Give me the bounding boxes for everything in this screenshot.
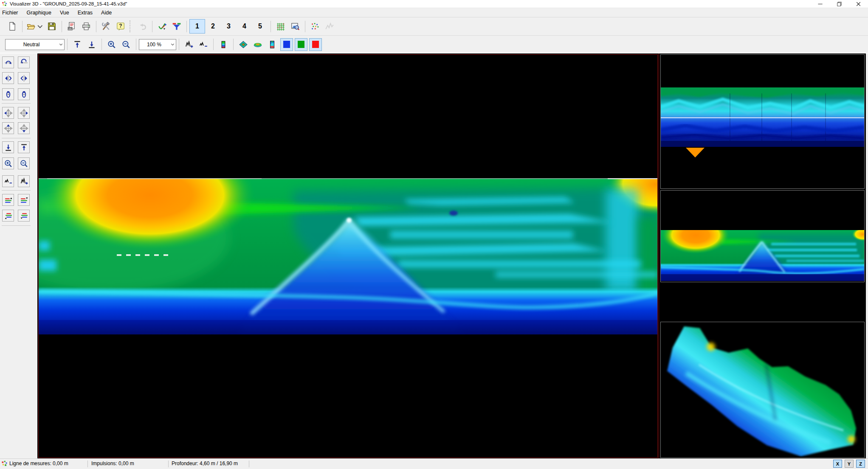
help-icon: ? xyxy=(116,22,125,31)
filter-button[interactable] xyxy=(169,19,184,34)
zoom-out-button[interactable] xyxy=(18,157,30,169)
rotate-up-button[interactable] xyxy=(2,56,14,68)
status-panel-1: Impulsions: 0,00 m xyxy=(91,461,134,466)
toolbar-grip[interactable] xyxy=(130,20,132,32)
move-left-button[interactable] xyxy=(2,107,14,119)
surface-3d-view[interactable] xyxy=(660,322,865,458)
layers-up-button[interactable] xyxy=(2,194,14,206)
options-button[interactable] xyxy=(99,19,113,34)
points-view-button[interactable] xyxy=(308,19,322,34)
zoom-in-button[interactable] xyxy=(104,37,119,52)
plan-mini-view[interactable] xyxy=(660,190,865,282)
signal-minus-button[interactable] xyxy=(2,175,14,187)
cross-section-view[interactable] xyxy=(660,54,865,189)
channel-blue-button[interactable] xyxy=(280,38,293,51)
layers-top-button[interactable] xyxy=(2,210,14,222)
main-scan-viewport[interactable] xyxy=(37,53,659,459)
move-down-icon xyxy=(20,124,28,133)
roll-right-button[interactable] xyxy=(18,88,30,100)
flip-right-icon xyxy=(20,74,28,83)
view-preset-4-button[interactable]: 4 xyxy=(237,19,252,34)
align-bottom-button[interactable] xyxy=(2,141,14,153)
view-preset-3-button[interactable]: 3 xyxy=(221,19,237,34)
flip-right-button[interactable] xyxy=(18,72,30,84)
signal-decrease-button[interactable] xyxy=(196,37,211,52)
axis-x-button[interactable]: X xyxy=(833,460,842,468)
print-preview-button[interactable] xyxy=(65,19,79,34)
main-toolbar: ?12345 xyxy=(0,17,868,35)
move-up-button[interactable] xyxy=(2,122,14,134)
signal-plus-button[interactable] xyxy=(18,175,30,187)
measure-check-button[interactable] xyxy=(155,19,169,34)
signal-plus-icon xyxy=(184,40,194,49)
layers-down-button[interactable] xyxy=(18,194,30,206)
view-flat-button[interactable] xyxy=(251,37,265,52)
roll-left-button[interactable] xyxy=(2,88,14,100)
zoom-out-icon xyxy=(121,40,131,49)
view-preset-1-button[interactable]: 1 xyxy=(189,19,205,34)
move-up-icon xyxy=(4,124,13,133)
status-separator xyxy=(87,461,88,467)
sidebar-separator xyxy=(2,225,31,226)
close-button[interactable] xyxy=(849,0,868,8)
new-file-button[interactable] xyxy=(5,19,20,34)
signal-plus-icon xyxy=(20,177,28,186)
color-blue-icon xyxy=(283,41,290,48)
zoom-level-select[interactable]: 100 % xyxy=(139,39,176,50)
align-bottom-button[interactable] xyxy=(85,37,99,52)
view-preset-2-button[interactable]: 2 xyxy=(205,19,221,34)
axis-y-button[interactable]: Y xyxy=(845,460,854,468)
flip-left-icon xyxy=(4,74,13,83)
restore-button[interactable] xyxy=(830,0,849,8)
move-down-button[interactable] xyxy=(18,122,30,134)
image-inspect-button[interactable] xyxy=(288,19,302,34)
print-preview-icon xyxy=(67,22,76,31)
chevron-down-icon xyxy=(170,42,175,47)
toolbar-separator xyxy=(179,39,179,50)
layers-up-icon xyxy=(4,196,13,205)
align-top-button[interactable] xyxy=(18,141,30,153)
measure-dash-marker xyxy=(117,254,170,256)
menu-item-extras[interactable]: Extras xyxy=(73,9,97,17)
flip-left-button[interactable] xyxy=(2,72,14,84)
menu-item-aide[interactable]: Aide xyxy=(97,9,116,17)
channel-red-button[interactable] xyxy=(309,38,322,51)
axis-z-button[interactable]: Z xyxy=(856,460,865,468)
view-side-button[interactable] xyxy=(265,37,279,52)
zoom-in-icon xyxy=(4,159,13,168)
print-button[interactable] xyxy=(79,19,93,34)
grid-view-button[interactable] xyxy=(273,19,288,34)
zoom-out-button[interactable] xyxy=(119,37,133,52)
layers-bottom-button[interactable] xyxy=(18,210,30,222)
chevron-down-icon xyxy=(58,42,64,47)
palette-select[interactable]: Neutral xyxy=(5,39,65,50)
color-green-icon xyxy=(298,41,304,48)
toolbar-separator xyxy=(305,21,305,32)
help-button[interactable]: ? xyxy=(113,19,128,34)
menu-item-graphique[interactable]: Graphique xyxy=(23,9,56,17)
signal-increase-button[interactable] xyxy=(182,37,196,52)
view-iso-icon xyxy=(239,40,248,49)
rotate-down-icon xyxy=(20,58,28,67)
view-iso-button[interactable] xyxy=(236,37,251,52)
signal-chart-button[interactable] xyxy=(322,19,337,34)
move-right-button[interactable] xyxy=(18,107,30,119)
toolbar-separator xyxy=(136,39,136,50)
view-preset-5-button[interactable]: 5 xyxy=(252,19,268,34)
position-marker-icon xyxy=(686,148,705,157)
undo-button[interactable] xyxy=(135,19,149,34)
minimize-button[interactable] xyxy=(811,0,830,8)
view-front-button[interactable] xyxy=(216,37,231,52)
zoom-in-button[interactable] xyxy=(2,157,14,169)
signal-minus-icon xyxy=(199,40,208,49)
rotate-down-button[interactable] xyxy=(18,56,30,68)
save-button[interactable] xyxy=(45,19,59,34)
open-file-button[interactable] xyxy=(25,19,45,34)
undo-icon xyxy=(138,22,147,31)
menu-item-fichier[interactable]: Fichier xyxy=(0,9,23,17)
svg-text:?: ? xyxy=(119,23,122,29)
menu-item-vue[interactable]: Vue xyxy=(56,9,73,17)
signal-minus-icon xyxy=(4,177,13,186)
align-top-button[interactable] xyxy=(70,37,85,52)
channel-green-button[interactable] xyxy=(295,38,307,51)
